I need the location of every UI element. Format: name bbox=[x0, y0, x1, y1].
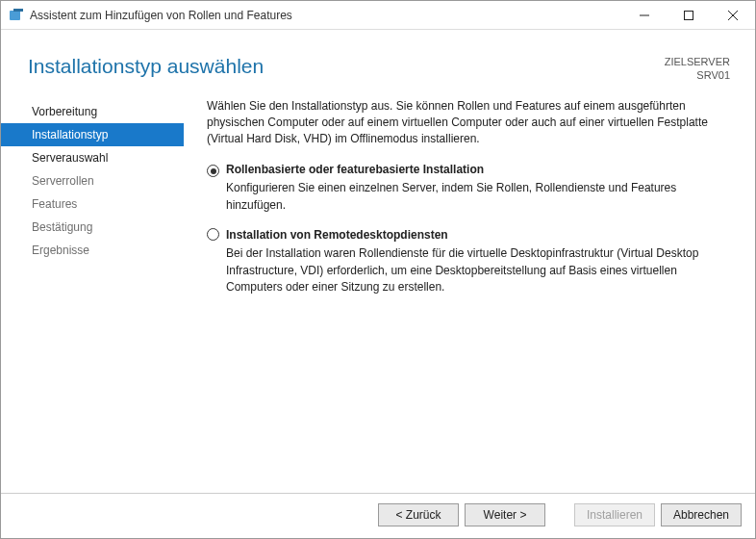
option-title: Installation von Remotedesktopdiensten bbox=[226, 227, 726, 244]
radio-button[interactable] bbox=[207, 228, 219, 241]
minimize-button[interactable] bbox=[622, 1, 667, 30]
wizard-step[interactable]: Installationstyp bbox=[1, 123, 184, 146]
intro-text: Wählen Sie den Installationstyp aus. Sie… bbox=[207, 98, 726, 148]
wizard-step: Ergebnisse bbox=[1, 239, 184, 262]
window-controls bbox=[622, 1, 755, 30]
wizard-step[interactable]: Vorbereitung bbox=[1, 100, 184, 123]
back-button[interactable]: < Zurück bbox=[378, 503, 459, 526]
titlebar: Assistent zum Hinzufügen von Rollen und … bbox=[1, 1, 755, 30]
target-server-value: SRV01 bbox=[665, 68, 730, 82]
wizard-content: Wählen Sie den Installationstyp aus. Sie… bbox=[184, 96, 755, 493]
wizard-window: Assistent zum Hinzufügen von Rollen und … bbox=[0, 0, 756, 539]
app-icon bbox=[9, 8, 24, 23]
install-button: Installieren bbox=[574, 503, 655, 526]
wizard-step: Bestätigung bbox=[1, 216, 184, 239]
page-title: Installationstyp auswählen bbox=[28, 55, 665, 78]
svg-rect-0 bbox=[10, 11, 20, 20]
install-type-option[interactable]: Installation von RemotedesktopdienstenBe… bbox=[207, 227, 726, 296]
wizard-step: Features bbox=[1, 192, 184, 216]
svg-rect-3 bbox=[685, 11, 693, 19]
wizard-body: VorbereitungInstallationstypServerauswah… bbox=[1, 90, 755, 493]
target-server-block: ZIELSERVER SRV01 bbox=[665, 55, 730, 83]
wizard-footer: < Zurück Weiter > Installieren Abbrechen bbox=[1, 494, 755, 538]
close-button[interactable] bbox=[711, 1, 755, 30]
wizard-step: Serverrollen bbox=[1, 169, 184, 192]
wizard-header: Installationstyp auswählen ZIELSERVER SR… bbox=[1, 30, 755, 90]
install-type-option[interactable]: Rollenbasierte oder featurebasierte Inst… bbox=[207, 162, 726, 214]
next-button[interactable]: Weiter > bbox=[465, 503, 545, 526]
wizard-steps-sidebar: VorbereitungInstallationstypServerauswah… bbox=[1, 96, 184, 493]
option-description: Bei der Installation waren Rollendienste… bbox=[226, 245, 726, 295]
svg-rect-1 bbox=[13, 9, 23, 12]
maximize-button[interactable] bbox=[667, 1, 711, 30]
window-title: Assistent zum Hinzufügen von Rollen und … bbox=[30, 9, 622, 22]
wizard-step[interactable]: Serverauswahl bbox=[1, 146, 184, 169]
option-title: Rollenbasierte oder featurebasierte Inst… bbox=[226, 162, 726, 178]
cancel-button[interactable]: Abbrechen bbox=[661, 503, 742, 526]
radio-button[interactable] bbox=[207, 165, 219, 177]
option-description: Konfigurieren Sie einen einzelnen Server… bbox=[226, 180, 726, 214]
target-server-label: ZIELSERVER bbox=[665, 55, 730, 68]
